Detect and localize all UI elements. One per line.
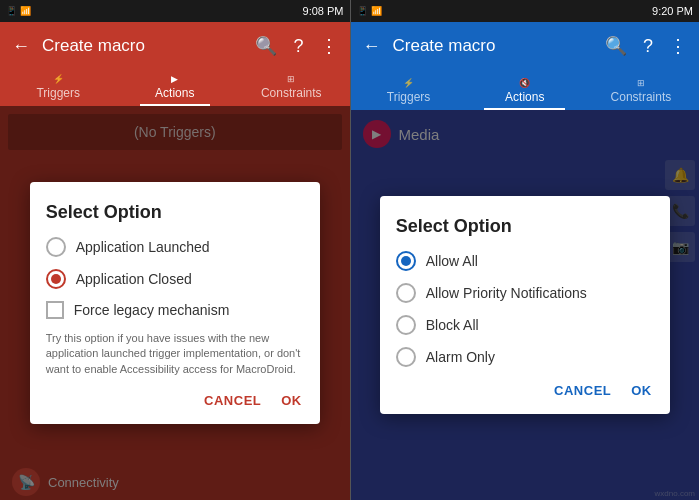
right-tab-actions-label: Actions — [505, 90, 544, 104]
left-option-2[interactable]: Application Closed — [46, 269, 304, 289]
left-status-bar: 📱 📶 9:08 PM — [0, 0, 350, 22]
left-dialog-overlay: Select Option Application Launched Appli… — [0, 106, 350, 500]
left-tab-constraints-label: Constraints — [261, 86, 322, 100]
actions-icon-left: ▶ — [117, 74, 234, 84]
left-tabs: ⚡ Triggers ▶ Actions ⊞ Constraints — [0, 70, 350, 106]
right-option-4-label: Alarm Only — [426, 349, 495, 365]
right-dialog-title: Select Option — [396, 216, 654, 237]
left-dialog-title: Select Option — [46, 202, 304, 223]
right-option-1-label: Allow All — [426, 253, 478, 269]
left-tab-constraints[interactable]: ⊞ Constraints — [233, 74, 350, 106]
right-wifi-icon: 📶 — [371, 6, 382, 16]
right-constraints-icon: ⊞ — [583, 78, 699, 88]
right-tab-constraints-label: Constraints — [611, 90, 672, 104]
right-menu-button[interactable]: ⋮ — [665, 31, 691, 61]
right-panel: 📱 📶 9:20 PM ← Create macro 🔍 ? ⋮ ⚡ Trigg… — [350, 0, 700, 500]
notification-icon: 📱 — [6, 6, 17, 16]
left-checkbox-3[interactable] — [46, 301, 64, 319]
right-option-2-label: Allow Priority Notifications — [426, 285, 587, 301]
left-cancel-button[interactable]: CANCEL — [202, 389, 263, 412]
right-option-2[interactable]: Allow Priority Notifications — [396, 283, 654, 303]
right-help-button[interactable]: ? — [639, 32, 657, 61]
right-toolbar: ← Create macro 🔍 ? ⋮ — [351, 22, 700, 70]
left-status-icons: 📱 📶 — [6, 6, 31, 16]
right-tab-actions[interactable]: 🔇 Actions — [467, 78, 583, 110]
left-tab-triggers[interactable]: ⚡ Triggers — [0, 74, 117, 106]
right-status-bar: 📱 📶 9:20 PM — [351, 0, 700, 22]
constraints-icon-left: ⊞ — [233, 74, 350, 84]
left-tab-triggers-label: Triggers — [36, 86, 80, 100]
right-radio-2[interactable] — [396, 283, 416, 303]
right-notification-icon: 📱 — [357, 6, 368, 16]
left-toolbar: ← Create macro 🔍 ? ⋮ — [0, 22, 350, 70]
left-dialog-note: Try this option if you have issues with … — [46, 331, 304, 377]
right-tab-triggers[interactable]: ⚡ Triggers — [351, 78, 467, 110]
right-back-button[interactable]: ← — [359, 32, 385, 61]
left-dialog: Select Option Application Launched Appli… — [30, 182, 320, 424]
right-option-3-label: Block All — [426, 317, 479, 333]
left-option-2-label: Application Closed — [76, 271, 192, 287]
right-toolbar-title: Create macro — [393, 36, 593, 56]
left-panel: 📱 📶 9:08 PM ← Create macro 🔍 ? ⋮ ⚡ Trigg… — [0, 0, 350, 500]
left-help-button[interactable]: ? — [289, 32, 307, 61]
left-content: (No Triggers) 📡 Connectivity Select Opti… — [0, 106, 350, 500]
right-dialog: Select Option Allow All Allow Priority N… — [380, 196, 670, 414]
left-tab-actions-label: Actions — [155, 86, 194, 100]
right-radio-3[interactable] — [396, 315, 416, 335]
right-actions-icon: 🔇 — [467, 78, 583, 88]
right-tabs: ⚡ Triggers 🔇 Actions ⊞ Constraints — [351, 70, 700, 110]
right-option-3[interactable]: Block All — [396, 315, 654, 335]
right-radio-1-fill — [401, 256, 411, 266]
right-search-button[interactable]: 🔍 — [601, 31, 631, 61]
right-ok-button[interactable]: OK — [629, 379, 654, 402]
right-dialog-overlay: Select Option Allow All Allow Priority N… — [351, 110, 700, 500]
left-option-3-label: Force legacy mechanism — [74, 302, 230, 318]
right-tab-triggers-label: Triggers — [387, 90, 431, 104]
left-menu-button[interactable]: ⋮ — [316, 31, 342, 61]
left-radio-2-fill — [51, 274, 61, 284]
right-option-1[interactable]: Allow All — [396, 251, 654, 271]
right-content: ▶ Media 🔔 📞 📷 Select Option Allow All — [351, 110, 700, 500]
left-option-3[interactable]: Force legacy mechanism — [46, 301, 304, 319]
right-time: 9:20 PM — [652, 5, 693, 17]
right-dialog-actions: CANCEL OK — [396, 379, 654, 402]
right-option-4[interactable]: Alarm Only — [396, 347, 654, 367]
left-ok-button[interactable]: OK — [279, 389, 304, 412]
left-dialog-actions: CANCEL OK — [46, 389, 304, 412]
right-radio-4[interactable] — [396, 347, 416, 367]
left-search-button[interactable]: 🔍 — [251, 31, 281, 61]
left-radio-2[interactable] — [46, 269, 66, 289]
right-status-icons: 📱 📶 — [357, 6, 382, 16]
right-tab-constraints[interactable]: ⊞ Constraints — [583, 78, 699, 110]
left-radio-1[interactable] — [46, 237, 66, 257]
left-toolbar-title: Create macro — [42, 36, 243, 56]
triggers-icon: ⚡ — [0, 74, 117, 84]
left-option-1-label: Application Launched — [76, 239, 210, 255]
right-cancel-button[interactable]: CANCEL — [552, 379, 613, 402]
left-time: 9:08 PM — [303, 5, 344, 17]
left-option-1[interactable]: Application Launched — [46, 237, 304, 257]
right-radio-1[interactable] — [396, 251, 416, 271]
left-back-button[interactable]: ← — [8, 32, 34, 61]
wifi-icon: 📶 — [20, 6, 31, 16]
right-triggers-icon: ⚡ — [351, 78, 467, 88]
left-tab-actions[interactable]: ▶ Actions — [117, 74, 234, 106]
